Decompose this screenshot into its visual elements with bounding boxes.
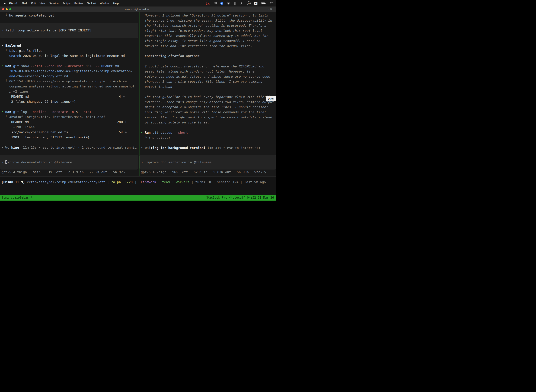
text-segment: and-the-erosion-of-copyleft.md [1, 74, 68, 78]
text-segment: … +2 lines [1, 89, 29, 93]
text-segment: I could cite commit statistics or refere… [141, 65, 239, 68]
text-segment: session:12m [217, 180, 239, 184]
text-segment: | [133, 180, 139, 184]
wifi-icon[interactable] [269, 2, 273, 5]
blue-app-center [221, 3, 222, 4]
terminal-line: └ List git ls-files [0, 48, 139, 53]
terminal-line: companion file, especially if more comme… [139, 33, 276, 38]
text-segment: List [9, 49, 17, 52]
text-segment: › [2, 160, 5, 164]
blue-app-icon[interactable] [220, 2, 223, 5]
menu-edit[interactable]: Edit [29, 2, 38, 5]
text-segment: ting for background terminal [151, 146, 206, 150]
terminal-window: └ No agents completed yet› Ralph loop ac… [0, 12, 276, 176]
battery-icon[interactable] [261, 2, 266, 5]
terminal-line: the source tree, missing the essay. Stil… [139, 18, 276, 23]
text-segment: README.md | 4 + [1, 95, 125, 98]
text-segment: git ls-files [17, 49, 43, 52]
text-segment [94, 64, 96, 68]
apple-logo [4, 2, 6, 5]
text-segment [27, 110, 29, 114]
text-segment [99, 64, 101, 68]
window-title: omx --xhigh --madmax [0, 8, 276, 11]
screen-share-tooltip-label: Scre [268, 96, 274, 101]
text-segment [11, 64, 13, 68]
screen-recording-dot [208, 3, 209, 4]
menu-profiles[interactable]: Profiles [72, 2, 85, 5]
text-segment [1, 54, 9, 58]
terminal-line: might be acceptable alongside the file l… [139, 104, 276, 110]
terminal-line: • Ran git status --short [139, 130, 276, 135]
terminal-line: Search 2026-03-09-is-legal-the-same-as-l… [0, 53, 139, 58]
right-pane: However, I noticed the "Directory Struct… [139, 12, 276, 176]
right-prompt-input[interactable]: › Improve documentation in @filename [139, 155, 276, 169]
zoom-window-button[interactable] [9, 8, 11, 10]
text-segment: this single essay, it seems like a good … [141, 39, 260, 43]
right-prompt-line: › Improve documentation in @filename [140, 160, 211, 165]
window-title-bar: omx --xhigh --madmax ⌥⌘1 [0, 6, 276, 12]
apple-menu-icon[interactable] [4, 2, 6, 5]
text-segment: 2026-03-09-is-legal-the-same-as-legitima… [21, 54, 125, 58]
traffic-lights [2, 8, 11, 10]
text-segment: 1903 files changed, 513517 insertions(+) [1, 135, 90, 139]
tmux-host-clock: "MacBook-Pro-44.local" 04:52 31-Mar-26 [206, 196, 274, 199]
menu-shell[interactable]: Shell [19, 2, 29, 5]
text-segment: └ [1, 49, 9, 52]
text-segment: including verification notes with those … [141, 110, 266, 114]
text-segment [29, 64, 31, 68]
dark-app-icon[interactable] [227, 2, 230, 5]
menu-session[interactable]: Session [47, 2, 61, 5]
terminal-line [0, 140, 139, 145]
terminal-line: └ No agents completed yet [0, 13, 139, 18]
menu-help[interactable]: Help [111, 2, 121, 5]
terminal-line: 2026-03-09-is-legal-the-same-as-legitima… [0, 69, 139, 74]
app-grid-icon[interactable] [234, 2, 236, 5]
screen-recording-icon[interactable] [206, 2, 210, 5]
minimize-window-button[interactable] [6, 8, 8, 10]
menu-view[interactable]: View [38, 2, 47, 5]
text-segment: No agents completed yet [9, 14, 54, 17]
close-window-button[interactable] [2, 8, 4, 10]
terminal-line [0, 104, 139, 109]
menu-iterm2[interactable]: iTerm2 [7, 2, 19, 5]
screen-recording-outline [206, 2, 210, 5]
terminal-line: changes, I can't cite specific file line… [139, 79, 276, 84]
text-segment: └ 067f154 (HEAD -> essay/ai-reimplementa… [1, 79, 127, 83]
text-segment: companion file, especially if more comme… [141, 34, 268, 37]
screen-share-tooltip[interactable]: Scre [266, 96, 276, 101]
text-segment [172, 131, 174, 134]
menu-window[interactable]: Window [98, 2, 111, 5]
text-segment: last:5m ago [244, 180, 266, 184]
text-segment [84, 64, 86, 68]
terminal-line: gpt-5.4 xhigh · 96% left · 520K in · 5.8… [139, 169, 276, 175]
menu-scripts[interactable]: Scripts [61, 2, 72, 5]
wifi-glyph [269, 2, 273, 5]
text-segment: [OMX#0.11.9] [1, 180, 27, 184]
terminal-line: of focusing solely on file lines. [139, 120, 276, 125]
text-segment [151, 131, 153, 134]
terminal-line: src/voice/voiceModeEnabled.ts | 54 + [0, 130, 139, 135]
text-segment: Explored [5, 44, 21, 47]
left-model-status: gpt-5.4 xhigh · main · 91% left · 2.31M … [0, 169, 139, 175]
grid-icon[interactable] [214, 2, 217, 5]
text-segment: git show [13, 64, 29, 68]
text-segment: references need actual files, and since … [141, 75, 270, 78]
terminal-line: • Waiting for background terminal (1m 41… [139, 145, 276, 150]
tmux-session-label: [omx-cczip0:bash* [2, 196, 32, 199]
text-segment: essay file, along with finding root file… [141, 70, 254, 73]
text-segment: (1m 41s • esc to interrupt) [207, 146, 260, 150]
text-segment: git log [13, 110, 27, 114]
left-prompt-input[interactable]: › Improve documentation in @filename [0, 155, 138, 169]
left-prompt-line: › Improve documentation in @filename [0, 160, 72, 165]
text-segment: └ [1, 14, 9, 17]
meter-icon[interactable]: .61 [247, 1, 251, 5]
text-segment: the "Related research writing" section i… [141, 24, 266, 27]
text-segment: ralph:11/20 [111, 180, 133, 184]
terminal-line: Considering citation options [139, 54, 276, 59]
terminal-line: … +2 lines [0, 89, 139, 94]
text-segment: … +1901 lines [1, 125, 35, 129]
menu-toolbelt[interactable]: Toolbelt [85, 2, 98, 5]
letter-a-app-icon[interactable]: A [254, 2, 258, 5]
key-icon[interactable] [240, 2, 243, 5]
text-segment: However, I noticed the "Directory Struct… [141, 14, 268, 17]
